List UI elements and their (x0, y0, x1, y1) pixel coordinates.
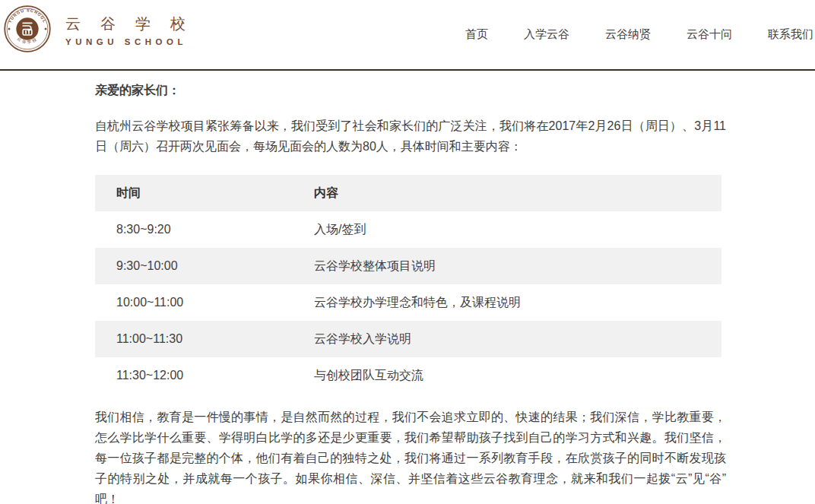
table-row: 8:30~9:20 入场/签到 (95, 211, 721, 248)
col-header-content: 内容 (293, 175, 721, 211)
nav-item-careers[interactable]: 云谷纳贤 (605, 27, 651, 42)
brand-text: 云谷学校 YUNGU SCHOOL (65, 5, 205, 46)
schedule-table: 时间 内容 8:30~9:20 入场/签到 9:30~10:00 云谷学校整体项… (95, 175, 721, 394)
brand-logo-link[interactable]: YUNGU SCHOOL 云谷学校 云谷学校 YUNGU SCHOOL (3, 5, 205, 53)
cell-content: 云谷学校办学理念和特色，及课程说明 (293, 284, 721, 321)
nav-item-contact[interactable]: 联系我们 (768, 27, 813, 42)
cell-time: 11:00~11:30 (95, 321, 293, 357)
cell-content: 云谷学校入学说明 (293, 321, 721, 357)
brand-name-en: YUNGU SCHOOL (65, 37, 205, 46)
nav-item-faq[interactable]: 云谷十问 (687, 27, 732, 42)
intro-paragraph: 自杭州云谷学校项目紧张筹备以来，我们受到了社会和家长们的广泛关注，我们将在201… (95, 116, 726, 157)
page: YUNGU SCHOOL 云谷学校 云谷学校 YUNGU SCHOOL (0, 0, 815, 504)
table-row: 10:00~11:00 云谷学校办学理念和特色，及课程说明 (95, 284, 721, 321)
cell-content: 入场/签到 (293, 211, 721, 248)
nav-item-home[interactable]: 首页 (465, 27, 488, 42)
col-header-time: 时间 (95, 175, 293, 211)
cell-content: 与创校团队互动交流 (293, 357, 721, 394)
cell-time: 9:30~10:00 (95, 248, 293, 284)
nav-item-admission[interactable]: 入学云谷 (524, 27, 569, 42)
main-content: 亲爱的家长们： 自杭州云谷学校项目紧张筹备以来，我们受到了社会和家长们的广泛关注… (95, 84, 726, 504)
table-header-row: 时间 内容 (95, 175, 721, 211)
greeting-heading: 亲爱的家长们： (95, 84, 726, 97)
header-divider (0, 69, 815, 71)
school-logo-icon: YUNGU SCHOOL 云谷学校 (3, 5, 52, 53)
cell-time: 11:30~12:00 (95, 357, 293, 394)
brand-name-cn: 云谷学校 (65, 15, 205, 32)
site-header: YUNGU SCHOOL 云谷学校 云谷学校 YUNGU SCHOOL (0, 0, 815, 69)
main-nav: 首页 入学云谷 云谷纳贤 云谷十问 联系我们 (465, 0, 815, 69)
cell-time: 8:30~9:20 (95, 211, 293, 248)
closing-paragraph: 我们相信，教育是一件慢的事情，是自然而然的过程，我们不会追求立即的、快速的结果；… (95, 407, 726, 504)
table-row: 11:30~12:00 与创校团队互动交流 (95, 357, 721, 394)
cell-time: 10:00~11:00 (95, 284, 293, 321)
table-row: 11:00~11:30 云谷学校入学说明 (95, 321, 721, 357)
cell-content: 云谷学校整体项目说明 (293, 248, 721, 284)
table-row: 9:30~10:00 云谷学校整体项目说明 (95, 248, 721, 284)
